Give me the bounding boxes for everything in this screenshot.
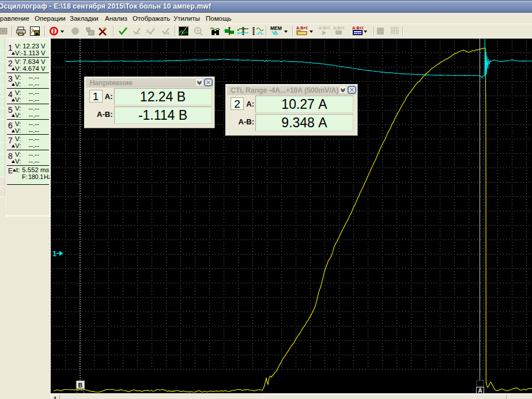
svg-text:B: B [78,382,83,389]
svg-text:1: 1 [52,249,56,258]
svg-text:A:B+C: A:B+C [352,26,364,30]
svg-text:A:B+C: A:B+C [296,26,308,30]
svg-text:A:B+C: A:B+C [333,26,345,30]
svg-text:A: A [478,387,482,393]
svg-text:A:B+C: A:B+C [319,26,330,30]
svg-text:MEM: MEM [270,26,282,31]
